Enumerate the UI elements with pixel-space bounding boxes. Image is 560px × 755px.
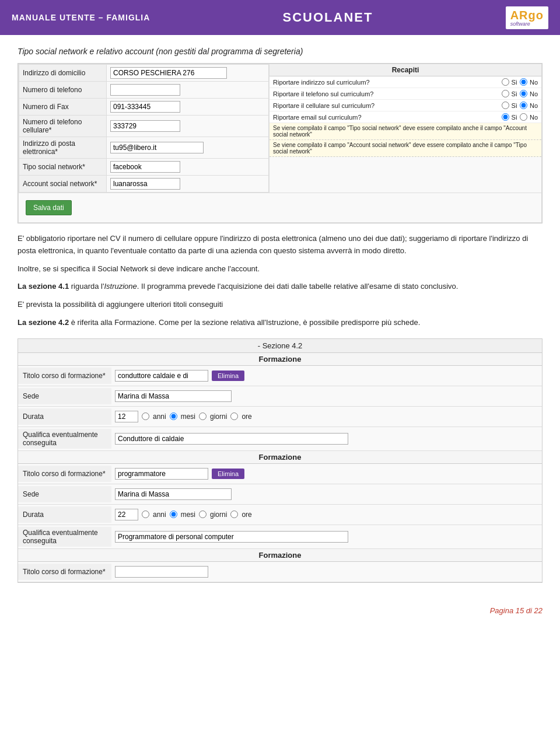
radio-ore-2[interactable] — [230, 511, 238, 518]
form-row: Titolo corso di formazione* Elimina — [18, 366, 542, 386]
paragraph-1: E' obbligatorio riportare nel CV il nume… — [18, 233, 542, 257]
section-title: Tipo social network e relativo account (… — [18, 47, 542, 56]
elimina-1-button[interactable]: Elimina — [212, 370, 244, 381]
bold-label: La sezione 4.2 — [18, 318, 69, 327]
qualifica-2-input[interactable] — [115, 531, 348, 543]
recapiti-question: Riportare il telefono sul curriculum? — [273, 90, 502, 97]
account-social-input[interactable] — [110, 178, 180, 190]
manual-title: MANUALE UTENTE – FAMIGLIA — [12, 13, 150, 22]
page-number: Pagina 15 di 22 — [490, 606, 542, 615]
form-row: Qualifica eventualmente conseguita — [18, 525, 542, 549]
radio-group[interactable]: Sì No — [502, 102, 538, 109]
radio-label-no: No — [530, 102, 538, 109]
field-label: Titolo corso di formazione* — [18, 564, 111, 580]
radio-group[interactable]: Sì No — [502, 90, 538, 97]
radio-label-si: Sì — [512, 79, 517, 86]
field-value — [111, 487, 542, 502]
email-input[interactable] — [110, 142, 204, 153]
formazione-header-3: Formazione — [18, 549, 542, 562]
radio-si[interactable] — [502, 78, 509, 86]
radio-si[interactable] — [502, 113, 509, 121]
radio-giorni-label: giorni — [210, 413, 227, 421]
form-row: Durata anni mesi giorni ore — [18, 505, 542, 525]
radio-no[interactable] — [520, 113, 527, 121]
field-label: Indirizzo di posta elettronica* — [19, 137, 107, 159]
qualifica-1-input[interactable] — [115, 433, 348, 445]
logo-box: ARgo software — [506, 6, 548, 29]
field-label: Numero di telefono cellulare* — [19, 116, 107, 137]
radio-group[interactable]: Sì No — [502, 78, 538, 86]
radio-label-no: No — [530, 79, 538, 86]
field-label: Titolo corso di formazione* — [18, 466, 111, 482]
radio-si[interactable] — [502, 90, 509, 97]
radio-ore-label: ore — [242, 511, 251, 519]
radio-ore-label: ore — [242, 413, 251, 421]
social-network-input[interactable] — [110, 161, 180, 173]
durata-2-input[interactable] — [115, 509, 138, 520]
field-label: Indirizzo di domicilio — [19, 65, 107, 82]
titolo-corso-1-input[interactable] — [115, 370, 208, 382]
titolo-corso-3-input[interactable] — [115, 566, 208, 578]
field-label: Tipo social network* — [19, 159, 107, 176]
table-row: Tipo social network* — [19, 159, 269, 176]
radio-label-no: No — [530, 90, 538, 97]
formazione-header-2: Formazione — [18, 451, 542, 464]
elimina-2-button[interactable]: Elimina — [212, 469, 244, 479]
radio-mesi-1[interactable] — [170, 413, 177, 420]
field-label: Titolo corso di formazione* — [18, 368, 111, 384]
field-value — [111, 564, 542, 579]
recapiti-row: Riportare il telefono sul curriculum? Sì… — [270, 88, 541, 100]
italic-label: Istruzione — [104, 282, 136, 291]
paragraph-5: La sezione 4.2 è riferita alla Formazion… — [18, 317, 542, 329]
field-value — [111, 389, 542, 404]
recapiti-header: Recapiti — [270, 64, 541, 76]
formazione-header-1: Formazione — [18, 353, 542, 366]
telefono-input[interactable] — [110, 84, 180, 96]
field-label: Durata — [18, 506, 111, 523]
radio-anni-1[interactable] — [142, 413, 149, 420]
radio-no[interactable] — [520, 78, 527, 86]
radio-ore-1[interactable] — [230, 413, 238, 420]
recapiti-question: Riportare il cellulare sul curriculum? — [273, 102, 502, 109]
radio-mesi-label: mesi — [181, 413, 195, 421]
radio-si[interactable] — [502, 102, 509, 109]
form-row: Qualifica eventualmente conseguita — [18, 427, 542, 451]
paragraph-4: E' prevista la possibilità di aggiungere… — [18, 299, 542, 311]
save-button[interactable]: Salva dati — [26, 200, 72, 215]
radio-giorni-label: giorni — [210, 511, 227, 519]
radio-no[interactable] — [520, 90, 527, 97]
radio-anni-2[interactable] — [142, 511, 149, 518]
field-value — [111, 529, 542, 544]
app-title: SCUOLANET — [283, 10, 373, 25]
radio-label-si: Sì — [512, 114, 517, 121]
recapiti-row: Riportare email sul curriculum? Sì No — [270, 111, 541, 123]
sede-1-input[interactable] — [115, 390, 232, 402]
radio-mesi-2[interactable] — [170, 511, 177, 518]
table-row: Indirizzo di posta elettronica* — [19, 137, 269, 159]
form-row: Sede — [18, 386, 542, 407]
contact-form: Indirizzo di domicilio Numero di telefon… — [18, 63, 542, 223]
radio-group[interactable]: Sì No — [502, 113, 538, 121]
logo-text: ARgo — [510, 9, 544, 22]
table-row: Salva dati — [19, 193, 542, 223]
form-row: Titolo corso di formazione* Elimina — [18, 464, 542, 484]
durata-1-input[interactable] — [115, 411, 138, 422]
fax-input[interactable] — [110, 101, 180, 113]
field-label: Numero di telefono — [19, 82, 107, 99]
form-row: Titolo corso di formazione* — [18, 562, 542, 582]
table-row: Numero di telefono — [19, 82, 269, 99]
page-footer: Pagina 15 di 22 — [0, 595, 560, 627]
field-label: Numero di Fax — [19, 99, 107, 116]
radio-giorni-1[interactable] — [199, 413, 206, 420]
sede-2-input[interactable] — [115, 488, 232, 500]
radio-no[interactable] — [520, 102, 527, 109]
main-content: Tipo social network e relativo account (… — [0, 35, 560, 595]
page-header: MANUALE UTENTE – FAMIGLIA SCUOLANET ARgo… — [0, 0, 560, 35]
form-row: Sede — [18, 484, 542, 505]
radio-giorni-2[interactable] — [199, 511, 206, 518]
indirizzo-domicilio-input[interactable] — [110, 67, 227, 79]
recapiti-row: Riportare il cellulare sul curriculum? S… — [270, 100, 541, 111]
paragraph-3: La sezione 4.1 riguarda l'Istruzione. Il… — [18, 281, 542, 293]
titolo-corso-2-input[interactable] — [115, 468, 208, 480]
cellulare-input[interactable] — [110, 120, 180, 132]
